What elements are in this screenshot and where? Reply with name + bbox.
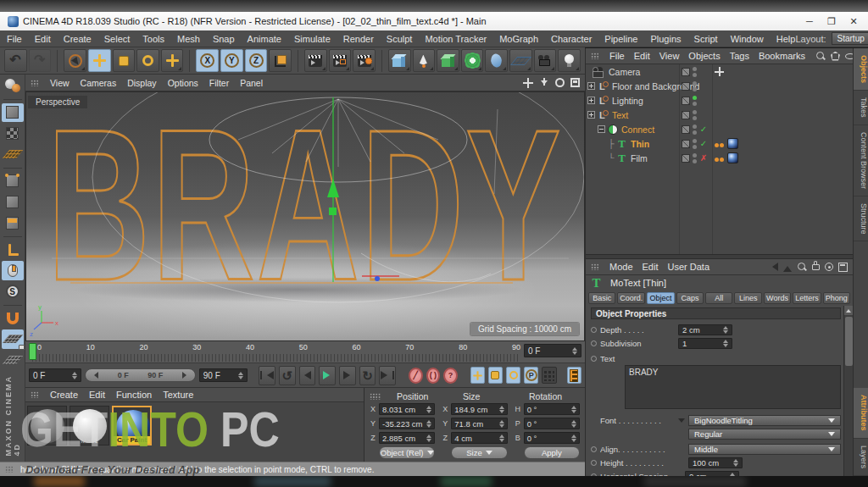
attributes-scrollbar[interactable] [843, 306, 853, 487]
undo-button[interactable] [4, 49, 27, 72]
collapse-icon[interactable] [598, 125, 605, 133]
panel-grip-icon[interactable] [591, 263, 599, 270]
polygons-mode-button[interactable] [2, 213, 24, 233]
light-button[interactable] [558, 49, 581, 72]
range-right-arrow-icon[interactable] [182, 372, 190, 379]
next-frame-button[interactable] [339, 366, 356, 385]
render-visibility-dot[interactable] [693, 116, 697, 120]
tree-item-thin[interactable]: ├ T Thin ✓ [586, 136, 853, 151]
panel-grip-icon[interactable] [591, 53, 599, 59]
keyframe-bullet-icon[interactable] [591, 446, 597, 452]
expand-icon[interactable] [587, 97, 595, 104]
position-z-field[interactable]: 2.885 cm [379, 432, 435, 444]
viewport-menu-item[interactable]: Options [168, 78, 198, 88]
rotation-h-field[interactable]: 0 ° [524, 403, 580, 415]
material-menu-item[interactable]: Create [50, 390, 78, 400]
close-button[interactable]: ✕ [843, 14, 865, 29]
menubar-item[interactable]: Select [104, 34, 131, 44]
timeline-playhead[interactable] [29, 343, 36, 360]
size-y-field[interactable]: 71.8 cm [451, 418, 507, 429]
play-mode-button[interactable]: ↻ [359, 366, 376, 385]
scroll-up-icon[interactable] [844, 306, 854, 315]
orbit-view-icon[interactable] [555, 78, 565, 87]
viewport-menu-item[interactable]: View [50, 78, 70, 88]
record-parameter-button[interactable]: P [524, 367, 538, 384]
panel-grip-icon[interactable] [31, 80, 39, 86]
record-pla-button[interactable] [542, 367, 556, 384]
viewport-solo-button[interactable] [2, 261, 24, 280]
panel-side-tab[interactable]: Content Browser [854, 125, 868, 196]
font-dropdown[interactable]: BigNoodleTitling [688, 415, 841, 426]
attribute-tab[interactable]: Letters [793, 292, 821, 304]
size-x-field[interactable]: 184.9 cm [451, 403, 507, 415]
panel-side-tab[interactable]: Objects [854, 48, 868, 91]
snap-button[interactable]: S [2, 282, 24, 302]
attribute-tab[interactable]: Coord. [617, 292, 645, 304]
menubar-item[interactable]: Character [551, 34, 592, 44]
tree-item-connect[interactable]: Connect ✓ [586, 122, 853, 136]
menubar-item[interactable]: Mesh [177, 34, 200, 44]
spline-pen-button[interactable] [413, 49, 436, 72]
make-editable-button[interactable] [2, 76, 24, 96]
tag-dots-icon[interactable] [715, 153, 725, 163]
keyframe-bullet-icon[interactable] [591, 356, 597, 362]
depth-field[interactable]: 2 cm [678, 324, 732, 335]
layer-toggle-icon[interactable] [682, 154, 690, 163]
tree-item-camera[interactable]: Camera [586, 64, 853, 79]
editor-visibility-dot[interactable] [693, 81, 697, 86]
coordinate-system-button[interactable] [269, 49, 292, 72]
lock-icon[interactable] [812, 264, 820, 270]
menubar-item[interactable]: Window [731, 34, 764, 44]
menubar-item[interactable]: File [7, 34, 22, 44]
panel-grip-icon[interactable] [370, 393, 381, 400]
panel-grip-icon[interactable] [31, 391, 39, 398]
menubar-item[interactable]: Tools [142, 34, 164, 44]
dolly-view-icon[interactable] [539, 78, 549, 88]
object-manager-menu-item[interactable]: Tags [730, 51, 749, 61]
material-thumbnail-selected[interactable]: Car Paint [112, 406, 152, 445]
font-preset-icon[interactable] [678, 418, 685, 426]
menubar-item[interactable]: Render [343, 34, 374, 44]
viewport-menu-item[interactable]: Filter [209, 78, 229, 88]
keyframe-selection-button[interactable]: ? [443, 368, 458, 384]
tag-dots-icon[interactable] [715, 139, 725, 149]
planar-workplane-button[interactable] [2, 351, 24, 370]
tree-item-lighting[interactable]: L Lighting [586, 93, 853, 108]
panel-side-tab[interactable]: Takes [854, 91, 868, 125]
rotation-p-field[interactable]: 0 ° [524, 418, 580, 429]
pan-view-icon[interactable] [523, 78, 533, 88]
attribute-menu-item[interactable]: User Data [668, 262, 710, 272]
subdivision-field[interactable]: 1 [678, 338, 732, 349]
panel-side-tab[interactable]: Structure [854, 196, 868, 242]
texture-mode-button[interactable] [2, 124, 24, 143]
menubar-item[interactable]: Create [64, 34, 92, 44]
play-forward-button[interactable] [319, 366, 336, 385]
attribute-tab[interactable]: Object [647, 292, 674, 304]
attribute-tab[interactable]: Caps [676, 292, 704, 304]
render-visibility-dot[interactable] [693, 87, 697, 91]
search-icon[interactable] [815, 51, 826, 61]
generators-button[interactable] [461, 49, 484, 72]
workplane-mode-button[interactable] [2, 145, 24, 164]
coordinate-mode-dropdown[interactable]: Object (Rel) [379, 446, 435, 459]
render-visibility-dot[interactable] [693, 102, 697, 106]
goto-end-button[interactable] [379, 366, 396, 385]
tree-item-film[interactable]: └ T Film ✗ [586, 151, 853, 165]
rotation-b-field[interactable]: 0 ° [524, 432, 580, 444]
move-tool-button[interactable] [88, 49, 111, 72]
record-rotation-button[interactable] [506, 367, 520, 384]
attribute-tab[interactable]: All [705, 292, 732, 304]
menubar-item[interactable]: Edit [35, 34, 51, 44]
expand-icon[interactable] [587, 82, 595, 90]
record-position-button[interactable] [470, 367, 485, 384]
history-up-icon[interactable] [783, 262, 792, 272]
points-mode-button[interactable] [2, 172, 24, 191]
object-manager-menu-item[interactable]: Objects [688, 51, 720, 61]
scroll-thumb[interactable] [845, 317, 853, 366]
3d-text-object[interactable]: BRADY [26, 91, 584, 330]
attribute-tab[interactable]: Basic [588, 292, 615, 304]
scale-tool-button[interactable] [113, 49, 136, 72]
menubar-item[interactable]: Pipeline [604, 34, 637, 44]
apply-button[interactable]: Apply [524, 446, 580, 459]
layer-toggle-icon[interactable] [682, 68, 690, 76]
